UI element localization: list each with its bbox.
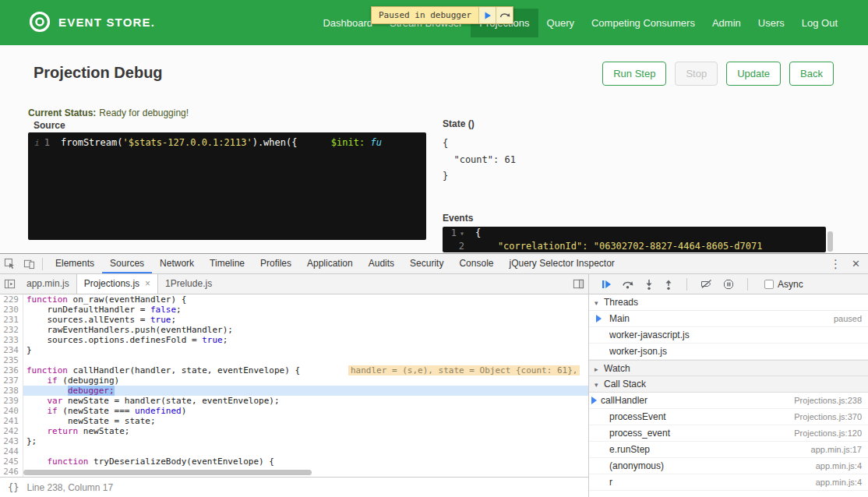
run-step-button[interactable]: Run Step	[602, 62, 666, 86]
line-number-237[interactable]: 237	[0, 375, 23, 386]
callstack-frame-processevent[interactable]: processEventProjections.js:370	[589, 409, 868, 425]
sources-editor-pane: app.min.jsProjections.js×1Prelude.js 229…	[0, 274, 588, 497]
thread-row-worker-javascript-js[interactable]: worker-javascript.js	[589, 327, 868, 344]
line-number-244[interactable]: 244	[0, 446, 23, 456]
projection-debug-page: Projection Debug Run StepStopUpdateBack …	[0, 45, 868, 253]
file-tab-spacer	[219, 274, 569, 294]
device-toolbar-icon[interactable]	[23, 258, 35, 270]
inspect-element-icon[interactable]	[4, 258, 16, 270]
fold-caret-icon[interactable]: ▾	[460, 229, 464, 238]
code-line-236: 236function callHandler(handler, state, …	[0, 365, 588, 375]
devtools-menu-icon[interactable]: ⋮	[830, 257, 842, 271]
line-number-229[interactable]: 229	[0, 294, 23, 305]
deactivate-breakpoints-button[interactable]	[700, 279, 713, 289]
code-text: }	[23, 345, 588, 355]
devtools-tab-jquery-selector-inspector[interactable]: jQuery Selector Inspector	[501, 254, 622, 273]
line-number-232[interactable]: 232	[0, 325, 23, 335]
threads-section-header[interactable]: ▾Threads	[589, 294, 868, 311]
devtools-tab-profiles[interactable]: Profiles	[252, 254, 299, 273]
devtools-tab-security[interactable]: Security	[402, 254, 451, 273]
state-section-label: State ()	[443, 118, 475, 129]
line-number-230[interactable]: 230	[0, 305, 23, 315]
line-number-245[interactable]: 245	[0, 456, 23, 467]
line-number-231[interactable]: 231	[0, 315, 23, 325]
code-text: return newState;	[23, 426, 588, 436]
devtools-tab-console[interactable]: Console	[451, 254, 501, 273]
file-tab-1prelude-js[interactable]: 1Prelude.js	[158, 274, 219, 294]
code-editor[interactable]: 229function on_raw(eventHandler) {230 ru…	[0, 294, 588, 477]
devtools-tab-timeline[interactable]: Timeline	[202, 254, 252, 273]
line-number-246[interactable]: 246	[0, 467, 23, 477]
watch-section-header[interactable]: ▸Watch	[589, 360, 868, 376]
file-tab-projections-js[interactable]: Projections.js×	[76, 274, 158, 294]
eventstore-logo[interactable]: EVENT STORE.	[28, 10, 155, 33]
pretty-print-icon[interactable]: {}	[8, 482, 19, 493]
file-tab-app-min-js[interactable]: app.min.js	[19, 274, 76, 294]
devtools-tab-network[interactable]: Network	[152, 254, 202, 273]
line-number-236[interactable]: 236	[0, 365, 23, 375]
line-number-242[interactable]: 242	[0, 426, 23, 436]
step-out-button[interactable]	[664, 279, 673, 290]
state-json: { "count": 61 }	[443, 136, 516, 185]
code-line-243: 243};	[0, 436, 588, 446]
code-line-237: 237 if (debugging)	[0, 375, 588, 386]
update-button[interactable]: Update	[726, 62, 781, 86]
callstack-frame-anonymous[interactable]: (anonymous)app.min.js:4	[589, 458, 868, 474]
callstack-frame-callhandler[interactable]: callHandlerProjections.js:238	[589, 393, 868, 409]
events-gutter[interactable]: 2	[443, 240, 469, 252]
devtools-tab-sources[interactable]: Sources	[102, 254, 152, 273]
horizontal-scrollbar[interactable]	[23, 470, 312, 475]
banner-step-over-button[interactable]	[496, 7, 513, 23]
line-number-241[interactable]: 241	[0, 416, 23, 426]
panel-toggle-icon[interactable]	[573, 274, 584, 294]
callstack-frame-r[interactable]: rapp.min.js:4	[589, 474, 868, 491]
events-scrollbar[interactable]	[827, 231, 833, 252]
code-line-242: 242 return newState;	[0, 426, 588, 436]
resume-script-button[interactable]	[602, 280, 612, 289]
nav-item-log-out[interactable]: Log Out	[793, 9, 846, 37]
line-number-240[interactable]: 240	[0, 406, 23, 416]
line-number-233[interactable]: 233	[0, 335, 23, 345]
frame-location: Projections.js:120	[794, 428, 868, 438]
show-navigator-icon[interactable]	[4, 274, 16, 294]
pause-on-exceptions-button[interactable]	[723, 279, 734, 290]
frame-name: (anonymous)	[609, 460, 816, 471]
toolbar-separator	[747, 278, 748, 291]
callstack-frame-process-event[interactable]: process_eventProjections.js:120	[589, 425, 868, 442]
devtools-tab-application[interactable]: Application	[299, 254, 361, 273]
code-text	[23, 355, 588, 365]
step-over-button[interactable]	[622, 279, 634, 289]
nav-item-users[interactable]: Users	[750, 9, 793, 37]
devtools-close-icon[interactable]: ✕	[852, 258, 860, 270]
devtools-tab-audits[interactable]: Audits	[361, 254, 402, 273]
line-number-238[interactable]: 238	[0, 386, 23, 396]
callstack-section-header[interactable]: ▾Call Stack	[589, 376, 868, 393]
source-code-line: i1fromStream('$stats-127.0.0.1:2113').wh…	[28, 132, 426, 150]
banner-resume-button[interactable]	[478, 7, 496, 23]
code-line-245: 245 function tryDeserializeBody(eventEnv…	[0, 456, 588, 467]
nav-item-query[interactable]: Query	[538, 9, 583, 37]
code-line-232: 232 rawEventHandlers.push(eventHandler);	[0, 325, 588, 335]
stop-button[interactable]: Stop	[675, 62, 718, 86]
line-number-235[interactable]: 235	[0, 355, 23, 365]
source-code-editor[interactable]: i1fromStream('$stats-127.0.0.1:2113').wh…	[28, 132, 426, 240]
line-number-234[interactable]: 234	[0, 345, 23, 355]
events-code-editor[interactable]: 1▾{2 "correlationId": "06302702-8827-446…	[443, 227, 826, 252]
code-line-238: 238 debugger;	[0, 386, 588, 396]
async-checkbox[interactable]	[764, 280, 774, 289]
thread-row-worker-json-js[interactable]: worker-json.js	[589, 344, 868, 360]
step-into-button[interactable]	[644, 279, 654, 290]
devtools-tab-elements[interactable]: Elements	[48, 254, 102, 273]
thread-row-main[interactable]: Mainpaused	[589, 311, 868, 327]
line-number-239[interactable]: 239	[0, 396, 23, 406]
close-tab-icon[interactable]: ×	[145, 278, 150, 289]
line-number-243[interactable]: 243	[0, 436, 23, 446]
source-gutter[interactable]: i1	[28, 136, 55, 150]
code-line-240: 240 if (newState === undefined)	[0, 406, 588, 416]
back-button[interactable]: Back	[789, 62, 834, 86]
events-gutter[interactable]: 1▾	[443, 227, 469, 240]
thread-status: paused	[834, 314, 868, 323]
nav-item-competing-consumers[interactable]: Competing Consumers	[583, 9, 704, 37]
nav-item-admin[interactable]: Admin	[704, 9, 750, 37]
callstack-frame-e-runstep[interactable]: e.runStepapp.min.js:17	[589, 442, 868, 458]
